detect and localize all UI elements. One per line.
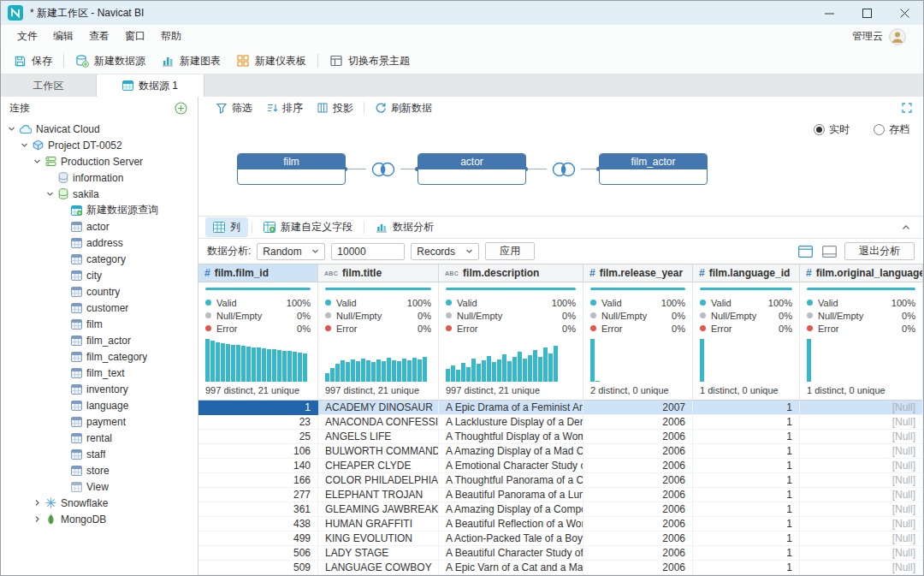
grid-cell[interactable]: [Null]	[800, 415, 923, 430]
grid-cell[interactable]: 25	[198, 430, 318, 444]
maximize-button[interactable]	[848, 1, 886, 25]
grid-cell[interactable]: 499	[198, 531, 318, 546]
grid-cell[interactable]: 2006	[583, 502, 693, 517]
grid-cell[interactable]: 1	[693, 415, 800, 430]
grid-cell[interactable]: 2006	[583, 517, 693, 531]
tree-item[interactable]: film_category	[1, 348, 198, 365]
grid-cell[interactable]: 1	[198, 401, 318, 415]
grid-cell[interactable]: 2006	[583, 488, 693, 502]
exit-analysis-button[interactable]: 退出分析	[844, 242, 915, 260]
fullscreen-icon[interactable]	[901, 102, 913, 114]
grid-cell[interactable]: 1	[693, 401, 800, 415]
new-dashboard-button[interactable]: 新建仪表板	[228, 48, 314, 74]
grid-cell[interactable]: 506	[198, 546, 318, 561]
tree-item[interactable]: language	[1, 397, 198, 413]
collapse-panel-icon[interactable]	[901, 223, 911, 233]
grid-cell[interactable]: CHEAPER CLYDE	[318, 459, 439, 473]
menu-window[interactable]: 窗口	[117, 29, 153, 44]
tree-item[interactable]: film	[1, 316, 198, 332]
grid-cell[interactable]: 1	[693, 473, 800, 488]
grid-cell[interactable]: A Beautiful Character Study of a	[439, 546, 583, 561]
grid-cell[interactable]: A Beautiful Panorama of a Lumb	[439, 488, 583, 502]
menu-view[interactable]: 查看	[81, 29, 117, 44]
grid-cell[interactable]: A Emotional Character Study of a	[439, 459, 583, 473]
grid-cell[interactable]: A Epic Varn of a Cat and a Mad	[439, 561, 583, 575]
grid-cell[interactable]: 1	[693, 444, 800, 459]
grid-cell[interactable]: [Null]	[800, 502, 923, 517]
close-button[interactable]	[886, 1, 923, 25]
grid-cell[interactable]: [Null]	[800, 517, 923, 531]
grid-cell[interactable]: 166	[198, 473, 318, 488]
grid-view-icon[interactable]	[798, 246, 813, 258]
menu-help[interactable]: 帮助	[153, 29, 189, 44]
column-header[interactable]: #film.release_year	[583, 264, 693, 282]
tree-item[interactable]: Project DT-0052	[1, 137, 198, 153]
grid-cell[interactable]: 509	[198, 561, 318, 575]
grid-cell[interactable]: 2006	[583, 546, 693, 561]
grid-cell[interactable]: [Null]	[800, 459, 923, 473]
grid-cell[interactable]: KING EVOLUTION	[318, 531, 439, 546]
tab-data-analysis[interactable]: 数据分析	[368, 217, 441, 237]
grid-cell[interactable]: COLOR PHILADELPHIA	[318, 473, 439, 488]
add-connection-button[interactable]	[175, 102, 187, 115]
grid-cell[interactable]: A Thoughtful Panorama of a Car	[439, 473, 583, 488]
projection-button[interactable]: 投影	[310, 101, 360, 116]
grid-cell[interactable]: A Amazing Display of a Mad Cow	[439, 444, 583, 459]
tree-item[interactable]: payment	[1, 413, 198, 430]
menu-edit[interactable]: 编辑	[45, 29, 81, 44]
tree-item[interactable]: sakila	[1, 186, 198, 202]
user-avatar[interactable]	[889, 28, 906, 45]
column-header[interactable]: #film.language_id	[693, 264, 800, 282]
grid-cell[interactable]: A Epic Drama of a Feminist And a	[439, 401, 583, 415]
tree-item[interactable]: film_text	[1, 365, 198, 381]
tree-item[interactable]: Navicat Cloud	[1, 121, 198, 137]
tree-item[interactable]: actor	[1, 218, 198, 235]
save-button[interactable]: 保存	[6, 48, 60, 74]
grid-cell[interactable]: [Null]	[800, 531, 923, 546]
manage-cloud-link[interactable]: 管理云	[852, 29, 883, 44]
tree-item[interactable]: Production Server	[1, 153, 198, 169]
menu-file[interactable]: 文件	[9, 29, 45, 44]
grid-cell[interactable]: A Thoughtful Display of a Woman	[439, 430, 583, 444]
tree-item[interactable]: store	[1, 462, 198, 478]
tree-item[interactable]: film_actor	[1, 332, 198, 348]
grid-cell[interactable]: 106	[198, 444, 318, 459]
grid-cell[interactable]: 361	[198, 502, 318, 517]
new-datasource-button[interactable]: 新建数据源	[68, 48, 153, 74]
tree-item[interactable]: city	[1, 267, 198, 283]
grid-cell[interactable]: ELEPHANT TROJAN	[318, 488, 439, 502]
grid-cell[interactable]: 438	[198, 517, 318, 531]
column-header[interactable]: ABCfilm.description	[439, 264, 583, 282]
grid-cell[interactable]: A Beautiful Reflection of a Wom	[439, 517, 583, 531]
tree-item[interactable]: rental	[1, 430, 198, 446]
column-header[interactable]: #film.original_language	[800, 264, 923, 282]
tree-item[interactable]: Snowflake	[1, 495, 198, 511]
grid-cell[interactable]: 277	[198, 488, 318, 502]
grid-cell[interactable]: 2006	[583, 561, 693, 575]
grid-cell[interactable]: 1	[693, 502, 800, 517]
grid-cell[interactable]: [Null]	[800, 444, 923, 459]
column-header[interactable]: ABCfilm.title	[318, 264, 439, 282]
table-node-film-actor[interactable]: film_actor	[599, 153, 708, 185]
grid-cell[interactable]: HUMAN GRAFFITI	[318, 517, 439, 531]
grid-cell[interactable]: [Null]	[800, 473, 923, 488]
tree-item[interactable]: MongoDB	[1, 511, 198, 527]
grid-cell[interactable]: 2006	[583, 473, 693, 488]
grid-cell[interactable]: 1	[693, 430, 800, 444]
grid-cell[interactable]: 23	[198, 415, 318, 430]
tree-item[interactable]: address	[1, 235, 198, 251]
tree-item[interactable]: inventory	[1, 381, 198, 397]
grid-cell[interactable]: [Null]	[800, 561, 923, 575]
grid-cell[interactable]: 2007	[583, 401, 693, 415]
grid-cell[interactable]: 2006	[583, 459, 693, 473]
grid-cell[interactable]: A Amazing Display of a Compos	[439, 502, 583, 517]
grid-cell[interactable]: 2006	[583, 430, 693, 444]
new-custom-field-button[interactable]: 新建自定义字段	[256, 217, 360, 237]
grid-cell[interactable]: 1	[693, 459, 800, 473]
grid-cell[interactable]: [Null]	[800, 546, 923, 561]
refresh-data-button[interactable]: 刷新数据	[368, 101, 439, 116]
sort-button[interactable]: 排序	[259, 101, 310, 116]
grid-cell[interactable]: GLEAMING JAWBREAKER	[318, 502, 439, 517]
grid-cell[interactable]: ANGELS LIFE	[318, 430, 439, 444]
filter-button[interactable]: 筛选	[209, 101, 259, 116]
